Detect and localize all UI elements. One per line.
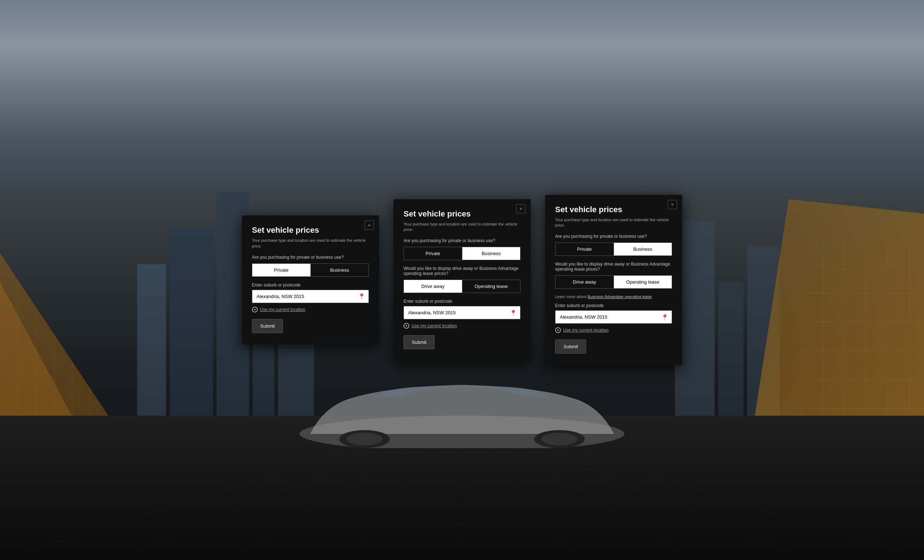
input-label-1: Enter suburb or postcode bbox=[252, 283, 369, 287]
purchase-toggle-2: Private Business bbox=[404, 247, 520, 260]
location-input-3[interactable] bbox=[555, 310, 672, 323]
modal-subtitle-1: Your purchase type and location are used… bbox=[252, 238, 369, 249]
drive-away-btn-3[interactable]: Drive away bbox=[555, 276, 614, 288]
price-type-toggle-3: Drive away Operating lease bbox=[555, 275, 672, 289]
ba-link-row-3: Learn more about Business Advantage oper… bbox=[555, 295, 672, 299]
purchase-question-2: Are you purchasing for private or busine… bbox=[404, 238, 520, 243]
close-button-3[interactable]: × bbox=[668, 200, 677, 209]
price-type-question-3: Would you like to display drive away or … bbox=[555, 262, 672, 272]
price-type-question-2: Would you like to display drive away or … bbox=[404, 266, 520, 276]
input-wrapper-1: 📍 bbox=[252, 290, 369, 303]
modal-title-1: Set vehicle prices bbox=[252, 226, 369, 235]
operating-lease-btn-3[interactable]: Operating lease bbox=[614, 276, 672, 288]
use-location-btn-2[interactable]: Use my current location bbox=[411, 323, 457, 328]
private-btn-3[interactable]: Private bbox=[555, 243, 614, 256]
close-button-2[interactable]: × bbox=[516, 204, 525, 214]
use-location-btn-1[interactable]: Use my current location bbox=[260, 307, 305, 312]
private-btn-1[interactable]: Private bbox=[252, 264, 310, 276]
input-label-2: Enter suburb or postcode bbox=[404, 299, 520, 304]
submit-btn-2[interactable]: Submit bbox=[404, 335, 435, 349]
private-btn-2[interactable]: Private bbox=[404, 247, 462, 260]
input-wrapper-3: 📍 bbox=[555, 310, 672, 323]
ba-link-anchor-3[interactable]: Business Advantage operating lease bbox=[588, 295, 652, 299]
input-label-3: Enter suburb or postcode bbox=[555, 303, 672, 308]
location-link-row-3: Use my current location bbox=[555, 327, 672, 333]
location-icon-1 bbox=[252, 307, 258, 313]
business-btn-2[interactable]: Business bbox=[462, 247, 520, 260]
location-input-1[interactable] bbox=[252, 290, 369, 303]
input-wrapper-2: 📍 bbox=[404, 306, 520, 319]
location-link-row-1: Use my current location bbox=[252, 307, 369, 313]
business-btn-1[interactable]: Business bbox=[310, 264, 369, 276]
location-link-row-2: Use my current location bbox=[404, 323, 520, 329]
price-type-toggle-2: Drive away Operating lease bbox=[404, 280, 520, 293]
modal-subtitle-3: Your purchase type and location are used… bbox=[555, 217, 672, 228]
purchase-toggle-3: Private Business bbox=[555, 243, 672, 256]
modal-title-3: Set vehicle prices bbox=[555, 205, 672, 214]
location-icon-2 bbox=[404, 323, 409, 329]
operating-lease-btn-2[interactable]: Operating lease bbox=[462, 280, 520, 293]
modals-container: × Set vehicle prices Your purchase type … bbox=[0, 0, 924, 560]
modal-1: × Set vehicle prices Your purchase type … bbox=[242, 216, 379, 344]
close-button-1[interactable]: × bbox=[364, 220, 374, 230]
modal-subtitle-2: Your purchase type and location are used… bbox=[404, 222, 520, 233]
purchase-question-3: Are you purchasing for private or busine… bbox=[555, 234, 672, 239]
business-btn-3[interactable]: Business bbox=[614, 243, 672, 256]
modal-title-2: Set vehicle prices bbox=[404, 209, 520, 219]
drive-away-btn-2[interactable]: Drive away bbox=[404, 280, 462, 293]
modal-3: × Set vehicle prices Your purchase type … bbox=[545, 195, 682, 365]
purchase-question-1: Are you purchasing for private or busine… bbox=[252, 255, 369, 260]
modal-2: × Set vehicle prices Your purchase type … bbox=[393, 199, 531, 361]
submit-btn-1[interactable]: Submit bbox=[252, 319, 283, 333]
location-icon-3 bbox=[555, 327, 561, 333]
location-input-2[interactable] bbox=[404, 306, 520, 319]
submit-btn-3[interactable]: Submit bbox=[555, 340, 586, 353]
use-location-btn-3[interactable]: Use my current location bbox=[563, 328, 609, 333]
purchase-toggle-1: Private Business bbox=[252, 264, 369, 277]
